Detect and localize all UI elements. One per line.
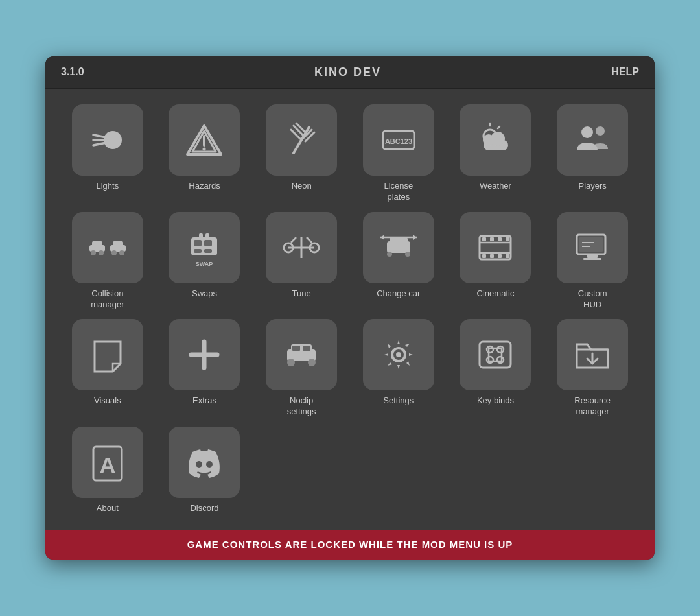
menu-item-change-car[interactable]: Change car	[355, 212, 443, 311]
tune-icon	[282, 228, 321, 267]
menu-item-collision-manager[interactable]: Collisionmanager	[64, 212, 152, 311]
discord-icon-box[interactable]	[169, 427, 240, 498]
extras-label: Extras	[192, 396, 216, 407]
menu-item-weather[interactable]: Weather	[452, 104, 540, 203]
svg-rect-55	[490, 237, 494, 241]
version-label: 3.1.0	[61, 66, 84, 78]
svg-point-31	[119, 250, 124, 255]
svg-point-27	[99, 250, 104, 255]
noclip-settings-icon-box[interactable]	[266, 319, 337, 390]
svg-line-45	[307, 237, 312, 243]
menu-item-noclip-settings[interactable]: Noclipsettings	[257, 319, 345, 418]
menu-item-key-binds[interactable]: Key binds	[452, 319, 540, 418]
svg-rect-56	[498, 237, 502, 241]
menu-item-settings[interactable]: Settings	[355, 319, 443, 418]
visuals-label: Visuals	[94, 396, 121, 407]
svg-rect-54	[482, 237, 486, 241]
svg-rect-37	[199, 233, 203, 239]
svg-point-87	[196, 461, 202, 468]
svg-text:ABC123: ABC123	[385, 137, 412, 145]
menu-item-cinematic[interactable]: Cinematic	[452, 212, 540, 311]
change-car-label: Change car	[377, 289, 420, 300]
about-icon-box[interactable]: A	[72, 427, 143, 498]
svg-point-23	[596, 126, 605, 136]
menu-item-visuals[interactable]: Visuals	[64, 319, 152, 418]
key-binds-icon	[476, 335, 515, 374]
weather-icon-box[interactable]	[460, 104, 531, 176]
key-binds-icon-box[interactable]	[460, 319, 531, 390]
discord-icon	[185, 443, 224, 482]
menu-item-discord[interactable]: Discord	[161, 427, 249, 514]
cinematic-icon	[476, 228, 515, 267]
swaps-label: Swaps	[192, 289, 217, 300]
svg-rect-47	[390, 237, 408, 244]
license-plates-icon: ABC123	[379, 121, 418, 160]
svg-rect-35	[194, 249, 202, 253]
menu-item-players[interactable]: Players	[548, 104, 636, 203]
settings-icon-box[interactable]	[363, 319, 434, 390]
tune-icon-box[interactable]	[266, 212, 337, 283]
svg-rect-83	[489, 348, 502, 361]
collision-manager-label: Collisionmanager	[91, 289, 124, 311]
weather-icon	[476, 121, 515, 160]
resource-manager-icon-box[interactable]	[557, 319, 628, 390]
menu-item-about[interactable]: A About	[64, 427, 152, 514]
svg-rect-29	[113, 241, 123, 246]
footer-banner: GAME CONTROLS ARE LOCKED WHILE THE MOD M…	[45, 530, 655, 560]
menu-item-tune[interactable]: Tune	[257, 212, 345, 311]
menu-item-extras[interactable]: Extras	[161, 319, 249, 418]
neon-icon	[282, 121, 321, 160]
about-label: About	[97, 503, 119, 514]
cinematic-icon-box[interactable]	[460, 212, 531, 283]
menu-item-swaps[interactable]: SWAP Swaps	[161, 212, 249, 311]
svg-line-44	[291, 237, 296, 243]
neon-icon-box[interactable]	[266, 104, 337, 176]
discord-label: Discord	[190, 503, 218, 514]
svg-rect-63	[579, 237, 603, 252]
help-button[interactable]: HELP	[611, 66, 639, 78]
svg-point-80	[497, 346, 504, 353]
svg-rect-36	[204, 249, 212, 253]
noclip-settings-label: Noclipsettings	[287, 396, 316, 418]
resource-manager-icon	[573, 335, 612, 374]
svg-point-72	[287, 359, 295, 366]
svg-point-77	[396, 352, 401, 357]
swaps-icon: SWAP	[185, 228, 224, 267]
menu-item-license-plates[interactable]: ABC123 Licenseplates	[355, 104, 443, 203]
resource-manager-label: Resourcemanager	[574, 396, 611, 418]
visuals-icon	[88, 335, 127, 374]
key-binds-label: Key binds	[477, 396, 514, 407]
svg-rect-59	[490, 254, 494, 258]
swaps-icon-box[interactable]: SWAP	[169, 212, 240, 283]
svg-rect-64	[587, 254, 598, 258]
visuals-icon-box[interactable]	[72, 319, 143, 390]
svg-point-73	[308, 359, 316, 366]
change-car-icon-box[interactable]	[363, 212, 434, 283]
license-plates-icon-box[interactable]: ABC123	[363, 104, 434, 176]
svg-point-88	[206, 461, 213, 468]
extras-icon-box[interactable]	[169, 319, 240, 390]
menu-item-hazards[interactable]: Hazards	[161, 104, 249, 203]
svg-line-1	[93, 135, 106, 137]
cinematic-label: Cinematic	[477, 289, 515, 300]
lights-icon-box[interactable]	[72, 104, 143, 176]
noclip-settings-icon	[282, 335, 321, 374]
svg-rect-25	[92, 241, 102, 246]
neon-label: Neon	[292, 181, 312, 192]
svg-point-49	[405, 252, 410, 257]
svg-rect-75	[303, 346, 310, 351]
players-icon-box[interactable]	[557, 104, 628, 176]
main-window: 3.1.0 KINO DEV HELP Lights	[45, 56, 655, 560]
hazards-icon-box[interactable]	[169, 104, 240, 176]
menu-item-resource-manager[interactable]: Resourcemanager	[548, 319, 636, 418]
players-label: Players	[578, 181, 606, 192]
collision-manager-icon-box[interactable]	[72, 212, 143, 283]
menu-item-lights[interactable]: Lights	[64, 104, 152, 203]
custom-hud-icon-box[interactable]	[557, 212, 628, 283]
menu-item-custom-hud[interactable]: CustomHUD	[548, 212, 636, 311]
svg-point-48	[387, 252, 392, 257]
menu-item-neon[interactable]: Neon	[257, 104, 345, 203]
settings-label: Settings	[383, 396, 414, 407]
hazards-icon	[185, 121, 224, 160]
tune-label: Tune	[292, 289, 311, 300]
